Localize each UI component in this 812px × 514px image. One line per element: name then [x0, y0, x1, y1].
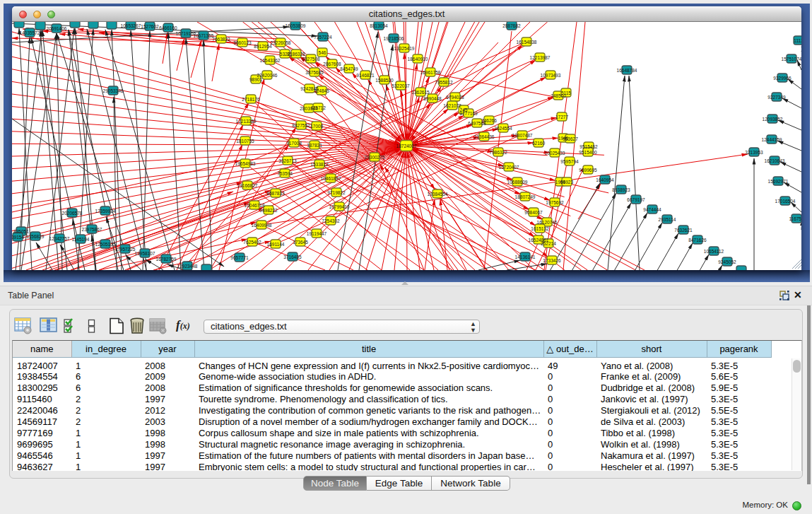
- svg-text:753594: 753594: [277, 171, 293, 176]
- svg-text:173645: 173645: [293, 240, 308, 245]
- svg-text:10025433: 10025433: [545, 151, 565, 156]
- svg-text:16120746: 16120746: [537, 220, 558, 225]
- svg-text:252214: 252214: [541, 241, 556, 246]
- svg-text:94923: 94923: [560, 180, 573, 185]
- svg-text:19958107: 19958107: [135, 251, 155, 256]
- svg-text:9245052: 9245052: [718, 259, 736, 264]
- svg-text:6466160: 6466160: [159, 25, 177, 30]
- svg-text:3326713: 3326713: [278, 158, 297, 163]
- svg-text:7625402: 7625402: [243, 240, 261, 245]
- svg-text:14035572: 14035572: [20, 30, 40, 35]
- svg-text:9227349: 9227349: [767, 95, 786, 100]
- svg-text:8471626: 8471626: [688, 238, 707, 243]
- svg-text:9515462: 9515462: [579, 144, 598, 149]
- svg-text:116753: 116753: [789, 216, 801, 221]
- svg-text:5115: 5115: [561, 90, 571, 95]
- svg-text:39154: 39154: [12, 235, 24, 240]
- svg-text:10654112: 10654112: [704, 249, 724, 254]
- svg-text:23975867: 23975867: [82, 227, 102, 232]
- svg-text:9146821: 9146821: [356, 73, 375, 78]
- svg-text:746266: 746266: [481, 118, 497, 123]
- svg-text:12213389: 12213389: [236, 119, 257, 124]
- svg-text:1975692: 1975692: [546, 200, 564, 205]
- svg-text:7986322: 7986322: [489, 150, 507, 155]
- svg-text:835051: 835051: [13, 229, 29, 234]
- svg-text:1640954: 1640954: [596, 177, 614, 182]
- svg-text:17359924: 17359924: [95, 209, 116, 214]
- svg-text:953627: 953627: [563, 136, 578, 141]
- svg-text:16409948: 16409948: [252, 223, 272, 228]
- svg-text:9777169: 9777169: [459, 111, 478, 116]
- svg-text:9329966: 9329966: [773, 76, 792, 81]
- svg-text:546: 546: [319, 50, 326, 55]
- svg-text:19218506: 19218506: [384, 36, 404, 41]
- svg-text:12923448: 12923448: [177, 264, 198, 269]
- svg-text:2718176: 2718176: [242, 97, 260, 102]
- svg-text:8990448: 8990448: [423, 96, 442, 101]
- svg-text:7357224: 7357224: [314, 35, 332, 40]
- svg-text:29053346: 29053346: [103, 88, 124, 93]
- svg-text:12342757: 12342757: [49, 236, 70, 241]
- svg-text:14136141: 14136141: [515, 255, 536, 259]
- svg-text:12093852: 12093852: [763, 117, 783, 122]
- svg-text:20206578: 20206578: [62, 211, 83, 216]
- svg-text:8938923: 8938923: [612, 187, 630, 192]
- svg-text:7955812: 7955812: [435, 80, 453, 85]
- svg-text:19166827: 19166827: [237, 183, 258, 188]
- svg-text:17957225: 17957225: [115, 247, 136, 252]
- svg-text:16648784: 16648784: [617, 68, 637, 73]
- svg-text:9719822: 9719822: [327, 190, 346, 195]
- svg-text:29300275: 29300275: [365, 155, 385, 160]
- svg-text:98901: 98901: [249, 77, 262, 82]
- svg-text:15720407: 15720407: [499, 165, 519, 170]
- svg-text:3875685: 3875685: [305, 70, 324, 75]
- svg-text:1527602: 1527602: [141, 24, 159, 29]
- svg-text:10799410: 10799410: [329, 204, 350, 209]
- svg-text:10688609: 10688609: [507, 180, 528, 185]
- svg-text:3624554: 3624554: [494, 126, 512, 131]
- svg-text:324845: 324845: [314, 88, 329, 93]
- svg-text:16961758: 16961758: [420, 70, 441, 75]
- svg-text:2867608: 2867608: [323, 62, 341, 66]
- svg-text:16543362: 16543362: [260, 58, 281, 63]
- svg-text:19654983: 19654983: [235, 161, 256, 166]
- svg-text:3213953: 3213953: [745, 150, 763, 155]
- svg-text:9595794: 9595794: [560, 159, 579, 164]
- svg-text:1615132: 1615132: [531, 226, 549, 231]
- svg-text:16782759: 16782759: [156, 257, 177, 262]
- svg-text:1145194: 1145194: [72, 237, 90, 242]
- svg-text:8427552: 8427552: [292, 123, 310, 128]
- svg-text:1362615: 1362615: [411, 90, 430, 95]
- svg-text:18807249: 18807249: [515, 194, 536, 199]
- svg-text:7663822: 7663822: [212, 37, 230, 42]
- svg-text:17277: 17277: [555, 115, 568, 119]
- svg-text:2935114: 2935114: [659, 217, 676, 222]
- svg-text:3716485: 3716485: [283, 255, 302, 259]
- svg-text:15751074: 15751074: [782, 57, 801, 62]
- svg-text:17008: 17008: [310, 124, 323, 129]
- svg-text:18640910: 18640910: [408, 57, 428, 62]
- svg-text:21364436: 21364436: [474, 134, 495, 139]
- svg-text:13325419: 13325419: [394, 46, 415, 51]
- svg-text:7632621: 7632621: [674, 228, 693, 233]
- svg-text:9657771: 9657771: [230, 255, 249, 260]
- svg-text:18724007: 18724007: [396, 144, 417, 148]
- svg-text:9498222: 9498222: [259, 208, 278, 213]
- svg-text:187831: 187831: [307, 143, 322, 148]
- svg-text:16053809: 16053809: [286, 23, 306, 28]
- svg-text:19384554: 19384554: [428, 192, 448, 197]
- svg-text:7254302: 7254302: [322, 218, 340, 223]
- svg-text:10653267: 10653267: [121, 23, 141, 28]
- svg-text:1691144: 1691144: [267, 242, 285, 247]
- svg-text:9699695: 9699695: [579, 168, 597, 173]
- svg-text:12213987: 12213987: [530, 55, 551, 60]
- svg-text:10973493: 10973493: [541, 73, 561, 78]
- svg-text:8813054: 8813054: [370, 23, 388, 28]
- svg-text:10807487: 10807487: [512, 133, 533, 138]
- svg-text:9660123: 9660123: [233, 40, 252, 45]
- svg-text:1156829: 1156829: [27, 234, 45, 239]
- svg-text:8912954: 8912954: [254, 44, 272, 49]
- svg-text:23226058: 23226058: [271, 40, 291, 45]
- svg-text:8186328: 8186328: [287, 52, 305, 57]
- svg-text:6679197: 6679197: [627, 197, 645, 202]
